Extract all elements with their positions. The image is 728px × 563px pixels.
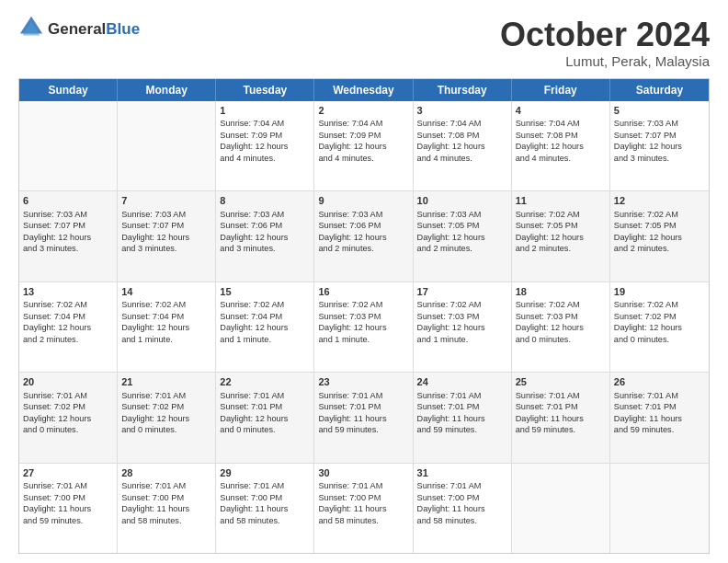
page-header: GeneralBlue October 2024 Lumut, Perak, M… — [18, 17, 710, 69]
calendar-cell: 10Sunrise: 7:03 AM Sunset: 7:05 PM Dayli… — [414, 191, 512, 281]
day-number: 21 — [121, 375, 211, 389]
day-info: Sunrise: 7:02 AM Sunset: 7:05 PM Dayligh… — [516, 210, 584, 253]
logo-blue: Blue — [106, 20, 140, 38]
day-info: Sunrise: 7:03 AM Sunset: 7:06 PM Dayligh… — [318, 210, 386, 253]
day-info: Sunrise: 7:01 AM Sunset: 7:01 PM Dayligh… — [318, 391, 386, 434]
day-number: 19 — [614, 285, 705, 299]
day-number: 12 — [614, 194, 705, 208]
day-info: Sunrise: 7:02 AM Sunset: 7:04 PM Dayligh… — [220, 300, 288, 343]
calendar-header: SundayMondayTuesdayWednesdayThursdayFrid… — [19, 79, 709, 101]
header-day-saturday: Saturday — [610, 79, 709, 101]
day-number: 26 — [614, 375, 705, 389]
calendar-cell: 9Sunrise: 7:03 AM Sunset: 7:06 PM Daylig… — [314, 191, 413, 281]
calendar-cell: 21Sunrise: 7:01 AM Sunset: 7:02 PM Dayli… — [118, 373, 216, 462]
day-info: Sunrise: 7:01 AM Sunset: 7:00 PM Dayligh… — [121, 481, 189, 524]
day-number: 8 — [220, 194, 310, 208]
calendar-cell: 20Sunrise: 7:01 AM Sunset: 7:02 PM Dayli… — [19, 373, 118, 462]
calendar-cell: 17Sunrise: 7:02 AM Sunset: 7:03 PM Dayli… — [414, 282, 512, 372]
day-info: Sunrise: 7:02 AM Sunset: 7:04 PM Dayligh… — [121, 300, 189, 343]
day-number: 17 — [417, 285, 507, 299]
day-info: Sunrise: 7:01 AM Sunset: 7:01 PM Dayligh… — [220, 391, 288, 434]
calendar-cell: 22Sunrise: 7:01 AM Sunset: 7:01 PM Dayli… — [216, 373, 314, 462]
day-number: 7 — [121, 194, 211, 208]
calendar-cell: 19Sunrise: 7:02 AM Sunset: 7:02 PM Dayli… — [610, 282, 709, 372]
calendar-cell: 25Sunrise: 7:01 AM Sunset: 7:01 PM Dayli… — [512, 373, 610, 462]
calendar-row-5: 27Sunrise: 7:01 AM Sunset: 7:00 PM Dayli… — [19, 464, 709, 553]
calendar-cell: 2Sunrise: 7:04 AM Sunset: 7:09 PM Daylig… — [314, 101, 413, 190]
calendar-cell: 31Sunrise: 7:01 AM Sunset: 7:00 PM Dayli… — [414, 464, 512, 553]
calendar-cell: 29Sunrise: 7:01 AM Sunset: 7:00 PM Dayli… — [216, 464, 314, 553]
calendar-cell — [118, 101, 216, 190]
day-number: 11 — [516, 194, 606, 208]
calendar-row-1: 1Sunrise: 7:04 AM Sunset: 7:09 PM Daylig… — [19, 101, 709, 191]
day-info: Sunrise: 7:02 AM Sunset: 7:03 PM Dayligh… — [318, 300, 386, 343]
header-day-tuesday: Tuesday — [216, 79, 314, 101]
location-subtitle: Lumut, Perak, Malaysia — [500, 53, 710, 69]
day-info: Sunrise: 7:01 AM Sunset: 7:00 PM Dayligh… — [318, 481, 386, 524]
day-info: Sunrise: 7:01 AM Sunset: 7:01 PM Dayligh… — [417, 391, 485, 434]
day-info: Sunrise: 7:01 AM Sunset: 7:00 PM Dayligh… — [23, 481, 91, 524]
day-info: Sunrise: 7:04 AM Sunset: 7:08 PM Dayligh… — [516, 119, 584, 162]
calendar-cell: 3Sunrise: 7:04 AM Sunset: 7:08 PM Daylig… — [414, 101, 512, 190]
day-info: Sunrise: 7:02 AM Sunset: 7:03 PM Dayligh… — [516, 300, 584, 343]
logo: GeneralBlue — [18, 17, 140, 42]
day-number: 24 — [417, 375, 507, 389]
day-info: Sunrise: 7:04 AM Sunset: 7:09 PM Dayligh… — [220, 119, 288, 162]
calendar-row-2: 6Sunrise: 7:03 AM Sunset: 7:07 PM Daylig… — [19, 191, 709, 282]
day-info: Sunrise: 7:02 AM Sunset: 7:03 PM Dayligh… — [417, 300, 485, 343]
calendar-cell: 14Sunrise: 7:02 AM Sunset: 7:04 PM Dayli… — [118, 282, 216, 372]
header-day-monday: Monday — [118, 79, 216, 101]
calendar-cell: 5Sunrise: 7:03 AM Sunset: 7:07 PM Daylig… — [610, 101, 709, 190]
day-number: 30 — [318, 466, 408, 480]
month-title: October 2024 — [500, 17, 710, 53]
calendar-cell: 28Sunrise: 7:01 AM Sunset: 7:00 PM Dayli… — [118, 464, 216, 553]
day-number: 20 — [23, 375, 113, 389]
calendar-cell: 24Sunrise: 7:01 AM Sunset: 7:01 PM Dayli… — [414, 373, 512, 462]
calendar-cell: 13Sunrise: 7:02 AM Sunset: 7:04 PM Dayli… — [19, 282, 118, 372]
day-number: 1 — [220, 104, 310, 118]
day-info: Sunrise: 7:03 AM Sunset: 7:06 PM Dayligh… — [220, 210, 288, 253]
header-day-wednesday: Wednesday — [314, 79, 413, 101]
day-info: Sunrise: 7:04 AM Sunset: 7:08 PM Dayligh… — [417, 119, 485, 162]
calendar-cell: 30Sunrise: 7:01 AM Sunset: 7:00 PM Dayli… — [314, 464, 413, 553]
header-day-friday: Friday — [512, 79, 610, 101]
day-number: 27 — [23, 466, 113, 480]
calendar-cell: 6Sunrise: 7:03 AM Sunset: 7:07 PM Daylig… — [19, 191, 118, 281]
day-number: 31 — [417, 466, 507, 480]
day-number: 23 — [318, 375, 408, 389]
calendar-cell: 7Sunrise: 7:03 AM Sunset: 7:07 PM Daylig… — [118, 191, 216, 281]
day-number: 15 — [220, 285, 310, 299]
day-number: 3 — [417, 104, 507, 118]
day-info: Sunrise: 7:03 AM Sunset: 7:07 PM Dayligh… — [614, 119, 682, 162]
calendar-cell: 16Sunrise: 7:02 AM Sunset: 7:03 PM Dayli… — [314, 282, 413, 372]
calendar-row-3: 13Sunrise: 7:02 AM Sunset: 7:04 PM Dayli… — [19, 282, 709, 373]
calendar-cell — [512, 464, 610, 553]
day-info: Sunrise: 7:01 AM Sunset: 7:00 PM Dayligh… — [417, 481, 485, 524]
day-number: 25 — [516, 375, 606, 389]
day-info: Sunrise: 7:03 AM Sunset: 7:07 PM Dayligh… — [121, 210, 189, 253]
day-number: 2 — [318, 104, 408, 118]
title-block: October 2024 Lumut, Perak, Malaysia — [500, 17, 710, 69]
day-number: 6 — [23, 194, 113, 208]
calendar-body: 1Sunrise: 7:04 AM Sunset: 7:09 PM Daylig… — [19, 101, 709, 553]
calendar-cell: 4Sunrise: 7:04 AM Sunset: 7:08 PM Daylig… — [512, 101, 610, 190]
calendar-cell: 27Sunrise: 7:01 AM Sunset: 7:00 PM Dayli… — [19, 464, 118, 553]
calendar-cell: 11Sunrise: 7:02 AM Sunset: 7:05 PM Dayli… — [512, 191, 610, 281]
day-number: 29 — [220, 466, 310, 480]
day-info: Sunrise: 7:02 AM Sunset: 7:02 PM Dayligh… — [614, 300, 682, 343]
day-info: Sunrise: 7:01 AM Sunset: 7:01 PM Dayligh… — [516, 391, 584, 434]
day-number: 4 — [516, 104, 606, 118]
day-number: 10 — [417, 194, 507, 208]
day-number: 13 — [23, 285, 113, 299]
logo-icon — [18, 15, 44, 40]
day-number: 9 — [318, 194, 408, 208]
calendar-cell: 8Sunrise: 7:03 AM Sunset: 7:06 PM Daylig… — [216, 191, 314, 281]
day-number: 28 — [121, 466, 211, 480]
calendar-cell — [610, 464, 709, 553]
calendar-cell: 18Sunrise: 7:02 AM Sunset: 7:03 PM Dayli… — [512, 282, 610, 372]
day-info: Sunrise: 7:03 AM Sunset: 7:05 PM Dayligh… — [417, 210, 485, 253]
calendar-cell: 12Sunrise: 7:02 AM Sunset: 7:05 PM Dayli… — [610, 191, 709, 281]
calendar-cell: 26Sunrise: 7:01 AM Sunset: 7:01 PM Dayli… — [610, 373, 709, 462]
calendar: SundayMondayTuesdayWednesdayThursdayFrid… — [18, 78, 710, 554]
calendar-row-4: 20Sunrise: 7:01 AM Sunset: 7:02 PM Dayli… — [19, 373, 709, 463]
